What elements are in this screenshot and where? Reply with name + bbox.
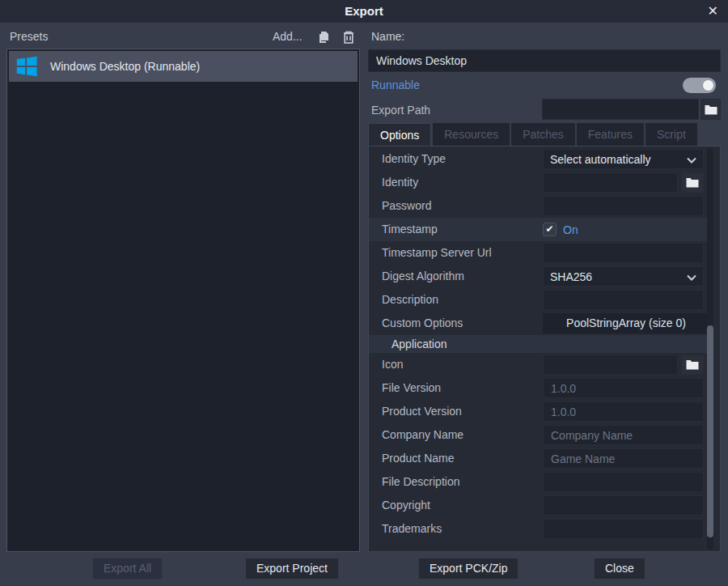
identity-browse-button[interactable] (681, 172, 704, 193)
export-path-input[interactable] (542, 99, 699, 120)
runnable-toggle[interactable] (683, 78, 716, 93)
chevron-down-icon (687, 153, 696, 166)
digest-algorithm-select[interactable]: SHA256 (543, 266, 704, 287)
product-name-input[interactable] (543, 448, 704, 469)
presets-list: Windows Desktop (Runnable) (6, 49, 360, 552)
product-name-label: Product Name (382, 447, 454, 470)
row-file-version: File Version (369, 376, 709, 400)
row-product-name: Product Name (369, 447, 709, 470)
row-timestamp-server-url: Timestamp Server Url (369, 241, 709, 265)
name-label: Name: (371, 30, 404, 43)
custom-options-label: Custom Options (382, 312, 463, 335)
file-version-label: File Version (382, 376, 441, 400)
row-timestamp: Timestamp ✔ On (369, 218, 709, 241)
section-application-label: Application (392, 335, 447, 353)
row-description: Description (369, 288, 709, 312)
row-icon: Icon (369, 353, 709, 376)
digest-algorithm-label: Digest Algorithm (382, 265, 464, 288)
row-file-description: File Description (369, 470, 709, 494)
delete-preset-icon[interactable] (342, 30, 358, 45)
custom-options-value[interactable]: PoolStringArray (size 0) (543, 313, 709, 333)
product-version-input[interactable] (543, 401, 704, 422)
dialog-title: Export (0, 0, 728, 23)
preset-item-label: Windows Desktop (Runnable) (50, 60, 200, 73)
tab-script[interactable]: Script (645, 123, 697, 146)
file-version-input[interactable] (543, 378, 704, 398)
chevron-down-icon (687, 270, 696, 283)
row-company-name: Company Name (369, 423, 709, 447)
copyright-label: Copyright (382, 494, 430, 517)
icon-input[interactable] (543, 355, 678, 375)
trademarks-input[interactable] (543, 519, 704, 539)
row-product-version: Product Version (369, 400, 709, 423)
tab-resources[interactable]: Resources (433, 123, 510, 146)
row-trademarks: Trademarks (369, 517, 709, 541)
scrollbar-grabber[interactable] (707, 325, 713, 537)
identity-input[interactable] (543, 172, 678, 193)
icon-label: Icon (382, 353, 403, 376)
identity-type-label: Identity Type (382, 147, 446, 171)
row-digest-algorithm: Digest Algorithm SHA256 (369, 265, 709, 288)
presets-title: Presets (10, 30, 48, 43)
windows-logo-icon (15, 54, 39, 79)
timestamp-label: Timestamp (382, 218, 438, 241)
options-panel: Identity Type Select automatically Ident… (368, 146, 721, 552)
folder-icon (686, 177, 699, 188)
timestamp-server-url-label: Timestamp Server Url (382, 241, 492, 265)
row-password: Password (369, 194, 709, 218)
export-path-label: Export Path (371, 104, 430, 117)
trademarks-label: Trademarks (382, 517, 442, 541)
product-version-label: Product Version (382, 400, 462, 423)
section-application[interactable]: Application (369, 335, 709, 353)
export-path-browse-button[interactable] (700, 99, 721, 120)
description-label: Description (382, 288, 438, 312)
tab-features[interactable]: Features (577, 123, 644, 146)
row-copyright: Copyright (369, 494, 709, 517)
copyright-input[interactable] (543, 495, 704, 516)
company-name-label: Company Name (382, 423, 463, 447)
identity-label: Identity (382, 171, 418, 194)
row-identity-type: Identity Type Select automatically (369, 147, 709, 171)
toggle-knob (702, 79, 714, 91)
timestamp-checkbox[interactable]: ✔ (543, 223, 557, 236)
name-input[interactable] (368, 49, 721, 72)
tab-patches[interactable]: Patches (511, 123, 575, 146)
file-description-label: File Description (382, 470, 459, 494)
password-input[interactable] (543, 196, 704, 216)
duplicate-preset-icon[interactable] (316, 30, 332, 45)
folder-icon (686, 359, 699, 370)
company-name-input[interactable] (543, 425, 704, 445)
icon-browse-button[interactable] (681, 355, 704, 375)
runnable-label: Runnable (371, 79, 420, 91)
row-custom-options: Custom Options PoolStringArray (size 0) (369, 312, 709, 335)
description-input[interactable] (543, 290, 704, 310)
export-all-button[interactable]: Export All (92, 558, 163, 580)
row-identity: Identity (369, 171, 709, 194)
timestamp-on-label: On (563, 223, 578, 236)
identity-type-select[interactable]: Select automatically (543, 149, 704, 169)
timestamp-server-url-input[interactable] (543, 243, 704, 263)
folder-icon (705, 104, 717, 115)
password-label: Password (382, 194, 431, 218)
options-scrollbar[interactable] (707, 148, 713, 550)
add-preset-button[interactable]: Add... (273, 30, 303, 43)
file-description-input[interactable] (543, 472, 704, 492)
preset-item-windows-desktop[interactable]: Windows Desktop (Runnable) (9, 51, 358, 82)
export-pck-zip-button[interactable]: Export PCK/Zip (418, 558, 518, 580)
export-project-button[interactable]: Export Project (245, 558, 339, 580)
close-button[interactable]: Close (594, 558, 645, 580)
tab-options[interactable]: Options (368, 123, 431, 146)
tab-bar: Options Resources Patches Features Scrip… (368, 123, 699, 146)
close-icon[interactable]: ✕ (705, 0, 722, 23)
